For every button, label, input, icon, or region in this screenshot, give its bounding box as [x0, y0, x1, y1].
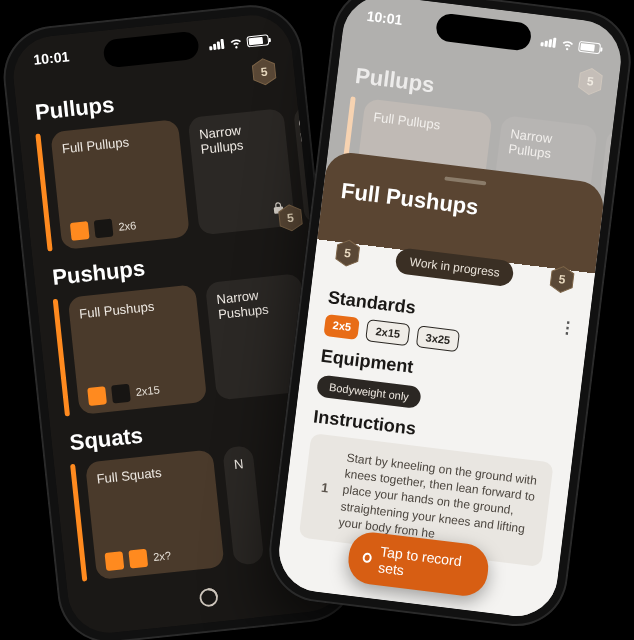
step-number: 1 — [312, 446, 338, 528]
section-pullups: Pullups Full Pullups 2x6 Narrow Pullups — [15, 69, 310, 253]
equipment-chip: Bodyweight only — [316, 375, 422, 410]
card-full-pullups[interactable]: Full Pullups 2x6 — [50, 119, 190, 250]
set-box-done — [87, 386, 107, 406]
record-icon — [362, 552, 372, 563]
signal-icon — [209, 39, 226, 51]
card-title: N — [233, 456, 245, 472]
streak-badge: 5 — [575, 66, 606, 97]
rep-label: 2x6 — [118, 219, 137, 233]
standard-pill[interactable]: 2x15 — [365, 319, 410, 346]
rep-label: 2x15 — [135, 384, 160, 398]
card-full-pushups[interactable]: Full Pushups 2x15 — [68, 284, 208, 415]
card-title: Full Squats — [96, 460, 205, 486]
card-streak: 5 — [275, 202, 306, 233]
set-box-done — [105, 551, 125, 571]
card-title: Narrow Pullups — [199, 119, 278, 157]
cta-label: Tap to record sets — [377, 543, 469, 586]
battery-icon — [246, 34, 269, 47]
level-badge-right: 5 — [546, 264, 577, 295]
card-title: Narrow Pushups — [216, 284, 295, 322]
signal-icon — [540, 36, 557, 48]
level-badge-left: 5 — [332, 238, 363, 269]
streak-badge[interactable]: 5 — [249, 56, 280, 87]
screen-right: 10:01 5 P — [274, 0, 625, 621]
wifi-icon — [228, 35, 243, 50]
set-box-pending — [94, 219, 114, 239]
standard-pill[interactable]: 3x25 — [416, 325, 461, 352]
section-pushups: Pushups Full Pushups 2x15 Narrow Pushups — [33, 234, 328, 418]
progress-icon[interactable] — [197, 585, 222, 613]
standard-pill[interactable]: 2x5 — [323, 314, 360, 340]
set-box-pending — [111, 384, 131, 404]
streak-value: 5 — [249, 56, 280, 87]
rep-label: 2x? — [153, 549, 172, 563]
sheet-title: Full Pushups — [340, 178, 585, 234]
battery-icon — [578, 40, 601, 54]
wifi-icon — [560, 37, 576, 53]
card-title: Full Pushups — [79, 295, 188, 321]
phone-right: 10:01 5 P — [263, 0, 634, 632]
more-icon[interactable]: ⋮ — [558, 318, 577, 339]
set-box-done — [128, 549, 148, 569]
bg-card: One — [599, 128, 625, 203]
clock: 10:01 — [365, 8, 403, 36]
set-box-done — [70, 221, 90, 241]
sheet-handle[interactable] — [444, 176, 486, 185]
accent-bar — [53, 299, 70, 417]
detail-sheet[interactable]: Full Pushups 5 5 Work in progress Standa… — [274, 150, 606, 621]
card-narrow-pullups[interactable]: Narrow Pullups 5 — [188, 108, 296, 235]
exercise-detail-screen: 5 Pullups Full Pullups Narrow Pullups On… — [274, 0, 625, 621]
card-title: Full Pullups — [61, 130, 170, 156]
accent-bar — [70, 464, 87, 582]
clock: 10:01 — [33, 48, 71, 76]
card-narrow-squats[interactable]: N — [222, 445, 264, 565]
accent-bar — [35, 134, 52, 252]
card-full-squats[interactable]: Full Squats 2x? — [85, 449, 225, 580]
